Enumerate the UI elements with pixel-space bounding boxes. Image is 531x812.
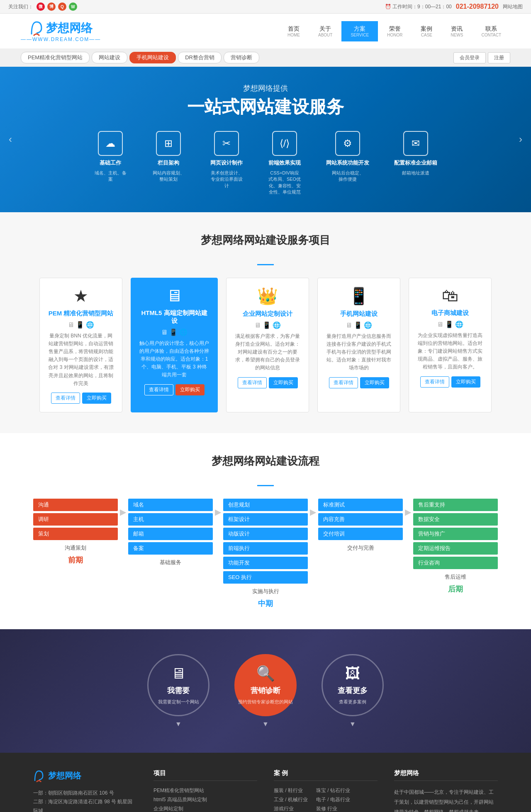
card-buy-btn[interactable]: 立即购买	[269, 377, 298, 388]
card-buy-btn[interactable]: 立即购买	[82, 393, 111, 404]
hero-icon-item: ☁ 基础工作 域名、主机、备案	[94, 131, 127, 196]
card-detail-btn[interactable]: 查看详情	[144, 384, 173, 395]
process-divider	[257, 485, 274, 486]
process-items: 沟通调研策划	[33, 499, 118, 540]
process-item: 交付培训	[318, 528, 403, 540]
process-arrow: ▶	[308, 507, 318, 517]
hero-icon-item: ⊞ 栏目架构 网站内容规划、整站策划	[152, 131, 185, 196]
sub-tab[interactable]: PEM精准化营销型网站	[21, 52, 90, 63]
phone-number: 021-20987120	[456, 3, 499, 10]
card-detail-btn[interactable]: 查看详情	[51, 393, 80, 404]
diagnose-icon: 🔍	[256, 665, 275, 682]
sub-tab[interactable]: DR整合营销	[178, 52, 222, 63]
sub-tab[interactable]: 网站建设	[92, 52, 127, 63]
cta-need-circle: 🖥 我需要 我需要定制一个网站	[147, 654, 209, 716]
nav-item-home[interactable]: 首页HOME	[278, 21, 309, 41]
nav-en: SERVICE	[351, 33, 369, 37]
register-btn[interactable]: 注册	[488, 52, 510, 63]
footer-about-title: 梦想网络	[394, 769, 498, 781]
cta-diagnose[interactable]: 🔍 营销诊断 预约营销专家诊断您的网站 ▼	[234, 654, 297, 728]
footer-logo-icon	[33, 769, 45, 783]
process-items: 标准测试内容充善交付培训	[318, 499, 403, 540]
footer-project-link[interactable]: 企业网站定制	[153, 805, 257, 812]
footer-project-link[interactable]: html5 高端品质网站定制	[153, 796, 257, 803]
process-period: 前期	[33, 555, 118, 565]
member-login-btn[interactable]: 会员登录	[453, 52, 486, 63]
sub-tab[interactable]: 手机网站建设	[129, 52, 176, 63]
footer-project-title: 项目	[153, 769, 257, 781]
footer-logo-text: 梦想网络	[48, 770, 81, 781]
hero-icon-desc: 美术创意设计、专业前沿界面设计	[210, 170, 243, 189]
nav-en: ABOUT	[318, 33, 332, 37]
qq-icon[interactable]: Q	[58, 2, 66, 11]
follow-label: 关注我们：	[8, 3, 33, 10]
cta-diagnose-sub: 预约营销专家诊断您的网站	[238, 699, 293, 705]
process-items: 域名主机邮箱备案	[128, 499, 213, 555]
cta-section: 🖥 我需要 我需要定制一个网站 ▼ 🔍 营销诊断 预约营销专家诊断您的网站 ▼ …	[0, 629, 531, 753]
card-buy-btn[interactable]: 立即购买	[175, 384, 205, 395]
nav-item-honor[interactable]: 荣誉HONOR	[378, 21, 412, 41]
footer-case-link[interactable]: 游戏行业	[274, 805, 308, 812]
hero-prev-arrow[interactable]: ‹	[4, 129, 17, 150]
card-sub-icons: 🖥 📱 🌐	[326, 321, 392, 329]
card-desc: 量身打造用户产业信息服务而连接各行业客户建设的手机式手机与各行业消的营型手机网站…	[326, 332, 392, 372]
nav-item-news[interactable]: 资讯NEWS	[441, 21, 472, 41]
nav-item-contact[interactable]: 联系CONTACT	[472, 21, 510, 41]
process-arrow: ▶	[118, 507, 128, 517]
hero-icon-desc: 域名、主机、备案	[94, 170, 127, 183]
card-detail-btn[interactable]: 查看详情	[420, 376, 449, 388]
card-detail-btn[interactable]: 查看详情	[329, 377, 358, 388]
process-items: 售后重支持数据安全营销与推广定期运维报告行业咨询	[413, 499, 498, 569]
service-card: ★ PEM 精准化营销型网站 🖥 📱 🌐 量身定制 BNN 优化流量，网站建营销…	[39, 278, 122, 412]
nav-item-about[interactable]: 关于ABOUT	[309, 21, 341, 41]
weibo2-icon[interactable]: 博	[47, 2, 56, 11]
card-sub-icons: 🖥 📱 🌐	[235, 321, 300, 329]
weixin-icon[interactable]: W	[69, 2, 77, 11]
monitor-icon: 🖥	[171, 665, 186, 682]
hero-icon-shape: ☁	[98, 131, 123, 156]
card-btns: 查看详情 立即购买	[48, 393, 114, 404]
hero-subtitle: 梦想网络提供	[21, 83, 510, 93]
footer-project-links: PEM精准化营销型网站html5 高端品质网站定制企业网站定制手机企业定制电子营…	[153, 787, 257, 812]
logo-area[interactable]: 梦想网络 ——WWW.DREAM.COM——	[21, 20, 101, 42]
footer-project-link[interactable]: PEM精准化营销型网站	[153, 787, 257, 794]
hero-icon-label: 基础工作	[100, 159, 121, 167]
cta-more[interactable]: 🖼 查看更多 查看更多案例 ▼	[322, 654, 384, 728]
sitemap-link[interactable]: 网站地图	[503, 3, 523, 10]
card-sub-icons: 🖥 📱 🌐	[48, 321, 114, 329]
process-item: 沟通	[33, 499, 118, 511]
footer-about-text: 处于中国都城——北京，专注于网站建设、工于策划，以建营销型型网站为己任，开辟网站…	[394, 787, 498, 812]
nav-item-case[interactable]: 案例CASE	[412, 21, 441, 41]
weibo-icon[interactable]: 微	[37, 2, 45, 11]
process-item: SEO 执行	[223, 571, 308, 584]
nav-en: CONTACT	[481, 33, 501, 37]
logo-subtitle: ——WWW.DREAM.COM——	[21, 36, 101, 42]
sub-tab[interactable]: 营销诊断	[224, 52, 259, 63]
footer-project-col: 项目 PEM精准化营销型网站html5 高端品质网站定制企业网站定制手机企业定制…	[153, 769, 257, 812]
card-detail-btn[interactable]: 查看详情	[238, 377, 267, 388]
process-stage: 售后重支持数据安全营销与推广定期运维报告行业咨询 售后运维 后期	[413, 499, 498, 594]
services-title: 梦想网络网站建设服务项目	[33, 233, 498, 247]
service-card: 👑 企业网站定制设计 🖥 📱 🌐 满足根据客户需求，为客户量身打造企业网站。适合…	[226, 278, 309, 412]
nav-cn: 案例	[421, 25, 432, 33]
card-buy-btn[interactable]: 立即购买	[451, 376, 480, 388]
footer-case-link[interactable]: 珠宝 / 钻石行业	[316, 787, 350, 794]
cta-need[interactable]: 🖥 我需要 我需要定制一个网站 ▼	[147, 654, 209, 728]
hero-icon-shape: ⚙	[335, 131, 360, 156]
process-label: 实施与执行	[223, 588, 308, 595]
footer-case-link[interactable]: 电子 / 电器行业	[316, 796, 350, 803]
nav-en: CASE	[421, 33, 432, 37]
process-item: 邮箱	[128, 528, 213, 540]
card-buy-btn[interactable]: 立即购买	[360, 377, 389, 388]
hero-next-arrow[interactable]: ›	[514, 129, 527, 150]
nav-item-service[interactable]: 方案SERVICE	[341, 21, 378, 41]
process-period: 后期	[413, 584, 498, 594]
card-title: HTML5 高端定制网站建设	[139, 309, 209, 325]
header: 梦想网络 ——WWW.DREAM.COM—— 首页HOME关于ABOUT方案SE…	[0, 14, 531, 48]
footer-case-link[interactable]: 工业 / 机械行业	[274, 796, 308, 803]
footer-case-link[interactable]: 服装 / 鞋行业	[274, 787, 308, 794]
footer-case-link[interactable]: 装修 行业	[316, 805, 350, 812]
cta-diagnose-label: 营销诊断	[251, 686, 280, 696]
logo-text: 梦想网络	[29, 20, 93, 36]
services-section: 梦想网络网站建设服务项目 ★ PEM 精准化营销型网站 🖥 📱 🌐 量身定制 B…	[0, 212, 531, 433]
